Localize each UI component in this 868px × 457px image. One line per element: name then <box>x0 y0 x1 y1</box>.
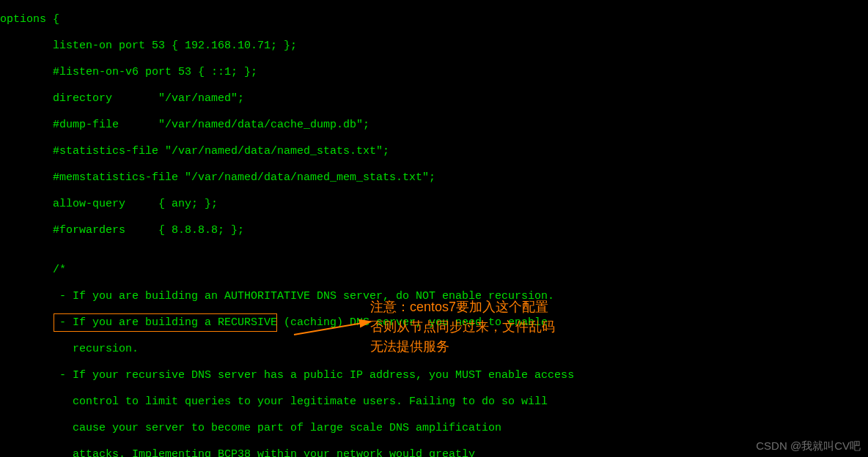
code-line: /* <box>0 264 574 277</box>
code-line: #memstatistics-file "/var/named/data/nam… <box>0 171 574 185</box>
code-line: #forwarders { 8.8.8.8; }; <box>0 224 574 237</box>
code-line: - If your recursive DNS server has a pub… <box>0 369 574 382</box>
code-line: attacks. Implementing BCP38 within your … <box>0 448 574 457</box>
code-line: allow-query { any; }; <box>0 198 574 211</box>
watermark-text: CSDN @我就叫CV吧 <box>756 439 861 453</box>
code-line: directory "/var/named"; <box>0 92 574 105</box>
code-line: #statistics-file "/var/named/data/named_… <box>0 145 574 158</box>
annotation-line: 否则从节点同步过来，文件乱码 <box>370 317 627 337</box>
code-line: #listen-on-v6 port 53 { ::1; }; <box>0 66 574 79</box>
annotation-line: 无法提供服务 <box>370 337 627 357</box>
code-line: control to limit queries to your legitim… <box>0 395 574 409</box>
annotation-line: 注意：centos7要加入这个配置 <box>370 297 627 317</box>
config-code-block: options { listen-on port 53 { 192.168.10… <box>0 0 574 457</box>
code-line: cause your server to become part of larg… <box>0 422 574 435</box>
code-line: options { <box>0 13 574 26</box>
annotation-text: 注意：centos7要加入这个配置 否则从节点同步过来，文件乱码 无法提供服务 <box>370 297 627 357</box>
code-line: #dump-file "/var/named/data/cache_dump.d… <box>0 119 574 132</box>
code-line: listen-on port 53 { 192.168.10.71; }; <box>0 40 574 53</box>
